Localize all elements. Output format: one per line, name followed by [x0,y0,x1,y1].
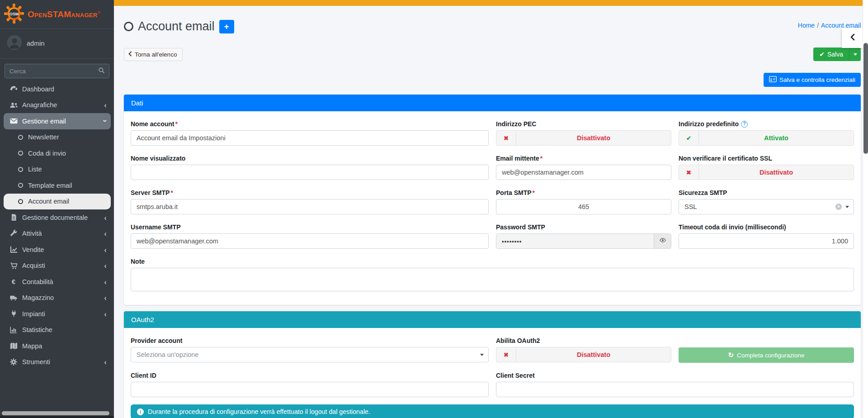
sidebar-item-magazzino[interactable]: Magazzino ‹ [0,290,114,306]
info-icon: i [137,408,144,415]
help-icon[interactable]: ? [741,121,748,128]
sidebar-item-impianti[interactable]: Impianti ‹ [0,306,114,322]
oauth2-panel-header: OAuth2 [124,311,861,328]
porta-smtp-input[interactable] [496,199,671,214]
map-icon [9,342,18,351]
plug-icon [9,309,18,318]
tachometer-icon [9,85,18,94]
dati-panel: Dati Nome account* Indirizzo PEC ✖ Disat… [124,95,861,305]
wrench-icon [9,229,18,238]
toggle-state: Disattivato [699,165,854,180]
search-button[interactable] [94,64,109,78]
completa-configurazione-button[interactable]: ↻ Completa configurazione [679,347,854,363]
caret-down-icon [845,206,849,208]
username-smtp-input[interactable] [131,233,489,249]
nome-account-input[interactable] [131,130,489,146]
save-and-check-credentials-button[interactable]: Salva e controlla credenziali [764,73,861,87]
sidebar-item-mappa[interactable]: Mappa [0,338,114,354]
username-smtp-label: Username SMTP [131,223,489,231]
user-panel: admin [0,29,114,59]
chevron-left-icon: ‹ [104,310,107,318]
record-circle-icon [124,22,133,31]
oauth2-panel: OAuth2 Provider account Seleziona un'opz… [124,311,861,418]
note-label: Note [131,258,854,265]
indirizzo-predefinito-toggle[interactable]: ✔ Attivato [679,130,854,146]
breadcrumb-home-link[interactable]: Home [798,22,815,29]
sidebar-item-contabilita[interactable]: € Contabilità ‹ [0,274,114,290]
sidebar-horizontal-scrollbar[interactable] [2,411,109,415]
email-mittente-label: Email mittente* [496,155,671,162]
sidebar-item-newsletter[interactable]: Newsletter [0,129,114,146]
euro-icon: € [9,277,18,286]
nome-visualizzato-label: Nome visualizzato [131,155,489,162]
toggle-state: Attivato [699,131,854,145]
server-smtp-input[interactable] [131,199,489,214]
sidebar-item-acquisti[interactable]: Acquisti ‹ [0,258,114,274]
sidebar-item-coda-di-invio[interactable]: Coda di invio [0,145,114,162]
sidebar-item-account-email[interactable]: Account email [4,194,111,210]
search-input[interactable] [5,68,94,75]
x-icon: ✖ [496,131,516,145]
show-password-button[interactable] [654,234,671,248]
avatar[interactable] [7,35,22,52]
chevron-left-icon: ‹ [104,278,107,285]
add-record-button[interactable]: + [219,20,234,33]
save-button[interactable]: ✔ Salva [813,48,849,61]
sidebar-nav: Dashboard Anagrafiche ‹ Gestione email ‹… [0,81,114,370]
timeout-input[interactable] [679,233,854,249]
provider-account-select[interactable]: Seleziona un'opzione [131,347,489,362]
abilita-oauth2-toggle[interactable]: ✖ Disattivato [496,347,671,362]
chevron-left-icon: ‹ [104,358,107,366]
nome-visualizzato-input[interactable] [131,165,489,180]
note-textarea[interactable] [131,268,854,291]
chevron-down-icon: ‹ [101,119,108,122]
oauth2-info-alert: i Durante la procedura di configurazione… [131,404,854,418]
password-smtp-input[interactable] [496,234,654,248]
vertical-scrollbar[interactable] [863,0,868,418]
sidebar-item-anagrafiche[interactable]: Anagrafiche ‹ [0,97,114,114]
back-to-list-button[interactable]: Torna all'elenco [124,48,183,61]
verifica-ssl-toggle[interactable]: ✖ Disattivato [679,165,854,180]
sidebar-item-attivita[interactable]: Attività ‹ [0,226,114,242]
client-id-input[interactable] [131,382,489,397]
page-title-group: Account email + [124,19,234,33]
check-icon: ✔ [819,51,825,58]
chevron-left-icon: ‹ [104,214,107,221]
user-name[interactable]: admin [27,40,45,47]
indirizzo-pec-toggle[interactable]: ✖ Disattivato [496,130,671,146]
sidebar-item-vendite[interactable]: Vendite ‹ [0,242,114,258]
clear-selection-icon[interactable]: × [835,204,842,210]
sidebar-item-gestione-email[interactable]: Gestione email ‹ [4,113,111,129]
sidebar-search [5,64,109,78]
sidebar-item-statistiche[interactable]: Statistiche [0,322,114,338]
sidebar-item-strumenti[interactable]: Strumenti ‹ [0,354,114,370]
sidebar-item-dashboard[interactable]: Dashboard [0,81,114,97]
email-mittente-input[interactable] [496,165,671,180]
page-title: Account email [138,19,215,33]
server-smtp-label: Server SMTP* [131,189,489,196]
abilita-oauth2-label: Abilita OAuth2 [496,337,671,344]
sidebar-item-liste[interactable]: Liste [0,162,114,178]
selected-value: SSL [684,203,835,210]
main-content: Account email + Home/Account email Torna… [114,0,868,418]
svg-text:OSM: OSM [9,11,19,16]
save-dropdown-toggle[interactable] [849,48,861,61]
client-secret-input[interactable] [496,382,854,397]
timeout-label: Timeout coda di invio (millisecondi) [679,223,854,231]
circle-icon [18,151,23,156]
client-secret-label: Client Secret [496,372,854,379]
chevron-left-icon: ‹ [104,101,107,109]
sidebar-item-gestione-documentale[interactable]: Gestione documentale ‹ [0,209,114,226]
sidebar: OSM OpenSTAManager® admin Dashboard [0,0,114,418]
envelope-icon [9,117,18,126]
circle-icon [18,199,23,204]
brand[interactable]: OSM OpenSTAManager® [0,0,114,29]
caret-down-icon [854,53,857,56]
sicurezza-smtp-select[interactable]: SSL × [679,199,854,214]
chevron-left-icon: ‹ [104,246,107,253]
chevron-left-icon [128,51,132,58]
eye-icon [659,237,666,246]
right-panel-toggle[interactable] [842,28,863,48]
sidebar-item-template-email[interactable]: Template email [0,177,114,194]
vertical-scrollbar-thumb[interactable] [863,43,868,154]
